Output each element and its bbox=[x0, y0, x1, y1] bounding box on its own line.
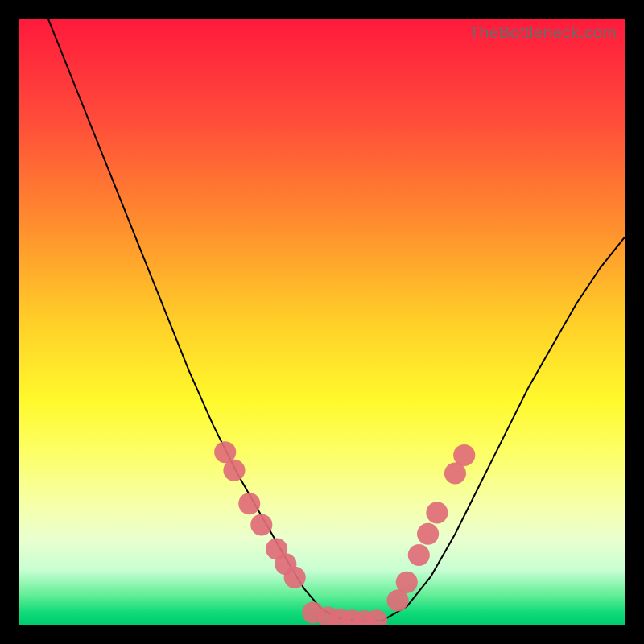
marker-right-mid-a bbox=[408, 544, 430, 566]
marker-left-low-c bbox=[284, 567, 306, 588]
markers-group bbox=[214, 441, 475, 625]
marker-right-mid-c bbox=[426, 502, 448, 523]
marker-right-mid-b bbox=[417, 523, 439, 545]
bottleneck-curve bbox=[19, 19, 625, 621]
marker-right-upper-b bbox=[453, 444, 475, 466]
marker-left-mid-b bbox=[250, 514, 272, 535]
watermark-text: TheBottleneck.com bbox=[469, 23, 617, 42]
marker-left-mid-a bbox=[238, 493, 260, 514]
marker-left-upper-b bbox=[223, 460, 245, 481]
chart-frame: TheBottleneck.com bbox=[19, 19, 625, 625]
plot-svg bbox=[19, 19, 625, 625]
marker-right-low-b bbox=[396, 572, 418, 593]
